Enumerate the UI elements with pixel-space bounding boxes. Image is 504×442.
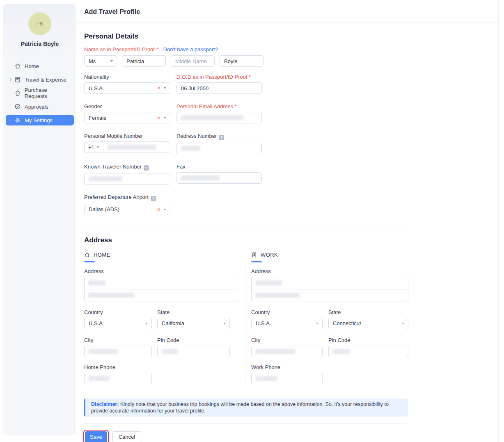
redacted-value bbox=[89, 376, 109, 381]
clear-icon[interactable]: × bbox=[157, 207, 160, 212]
home-state-label: State bbox=[157, 309, 230, 315]
tab-label: WORK bbox=[261, 252, 278, 258]
home-city-label: City bbox=[84, 337, 152, 343]
sidebar-item-home[interactable]: Home bbox=[6, 61, 74, 71]
chevron-down-icon bbox=[97, 146, 99, 148]
sidebar-item-my-settings[interactable]: My Settings bbox=[6, 115, 74, 125]
sidebar-item-travel-expense[interactable]: Travel & Expense bbox=[6, 74, 74, 85]
sidebar-item-purchase-requests[interactable]: Purchase Requests bbox=[6, 88, 74, 98]
travel-profile-form: Personal Details Name as in Passport/ID … bbox=[76, 32, 409, 442]
column-divider bbox=[245, 267, 245, 382]
work-city-input[interactable] bbox=[251, 346, 323, 357]
clear-icon[interactable]: × bbox=[157, 115, 160, 121]
middle-name-placeholder: Middle Name bbox=[175, 58, 207, 64]
sidebar-item-approvals[interactable]: Approvals bbox=[6, 101, 74, 112]
home-state-value: California bbox=[162, 320, 184, 326]
address-heading: Address bbox=[84, 236, 409, 244]
email-label: Personal Email Address * bbox=[176, 103, 262, 109]
ktn-label: Known Traveler Number? bbox=[84, 164, 170, 171]
work-state-select[interactable]: Connecticut bbox=[328, 318, 408, 329]
sidebar-item-label: Home bbox=[25, 63, 39, 69]
home-country-label: Country bbox=[84, 309, 152, 315]
middle-name-input[interactable]: Middle Name bbox=[171, 55, 215, 67]
home-pin-input[interactable] bbox=[157, 346, 230, 357]
airport-select[interactable]: Dallas (ADS) × bbox=[84, 204, 170, 215]
redacted-value bbox=[255, 293, 300, 298]
avatar[interactable]: PB bbox=[28, 12, 51, 35]
sidebar-item-label: Approvals bbox=[25, 104, 48, 110]
tab-work[interactable]: WORK bbox=[251, 252, 408, 258]
work-country-label: Country bbox=[251, 309, 323, 315]
page-title: Add Travel Profile bbox=[84, 8, 498, 16]
home-phone-label: Home Phone bbox=[84, 364, 245, 370]
country-code-select[interactable]: +1 bbox=[85, 142, 103, 153]
name-label: Name as in Passport/ID Proof * bbox=[84, 46, 158, 52]
dob-label: D.O.B as in Passport/ID Proof * bbox=[176, 74, 262, 80]
disclaimer-note: Disclaimer: Kindly note that your busine… bbox=[84, 399, 408, 417]
email-input[interactable] bbox=[176, 112, 262, 123]
help-icon[interactable]: ? bbox=[144, 165, 149, 171]
section-divider bbox=[84, 228, 408, 228]
home-country-value: U.S.A. bbox=[89, 320, 104, 326]
first-name-input[interactable]: Patricia bbox=[122, 55, 166, 67]
mobile-input[interactable]: +1 bbox=[84, 141, 170, 153]
sidebar-item-label: Travel & Expense bbox=[25, 77, 66, 83]
home-country-select[interactable]: U.S.A. bbox=[84, 318, 152, 329]
redacted-value bbox=[88, 293, 134, 298]
airport-value: Dallas (ADS) bbox=[89, 206, 119, 212]
help-icon[interactable]: ? bbox=[219, 135, 224, 140]
cancel-button[interactable]: Cancel bbox=[112, 431, 141, 442]
chevron-right-icon[interactable] bbox=[9, 77, 14, 82]
home-city-input[interactable] bbox=[84, 346, 152, 357]
name-fields-row: Ms Patricia Middle Name Boyle bbox=[84, 55, 409, 67]
clear-icon[interactable]: × bbox=[157, 85, 160, 91]
bag-icon bbox=[14, 90, 21, 96]
save-button[interactable]: Save bbox=[85, 431, 107, 442]
form-actions: Save Cancel bbox=[84, 431, 409, 442]
home-icon bbox=[14, 63, 21, 69]
redress-input[interactable] bbox=[176, 143, 262, 154]
work-address-label: Address bbox=[251, 268, 408, 274]
travel-card-icon bbox=[14, 76, 21, 83]
redacted-value bbox=[181, 175, 220, 180]
work-pin-label: Pin Code bbox=[328, 337, 408, 343]
home-phone-input[interactable] bbox=[84, 373, 152, 384]
home-state-select[interactable]: California bbox=[157, 318, 230, 329]
dob-input[interactable]: 06 Jul 2000 bbox=[176, 82, 262, 94]
airport-label: Preferred Departure Airport? bbox=[84, 194, 170, 201]
work-address-textarea[interactable] bbox=[251, 277, 408, 301]
work-pin-input[interactable] bbox=[328, 346, 408, 357]
avatar-initials: PB bbox=[36, 21, 43, 27]
disclaimer-prefix: Disclaimer: bbox=[91, 401, 119, 407]
nationality-select[interactable]: U.S.A. × bbox=[84, 82, 170, 94]
no-passport-link[interactable]: Don't have a passport? bbox=[163, 46, 218, 52]
fax-label: Fax bbox=[176, 164, 262, 170]
active-tab-indicator bbox=[84, 261, 95, 262]
redacted-value bbox=[181, 146, 200, 151]
user-name: Patricia Boyle bbox=[3, 41, 76, 47]
redacted-value bbox=[89, 349, 118, 354]
home-address-textarea[interactable] bbox=[84, 277, 239, 301]
gender-select[interactable]: Female × bbox=[84, 112, 170, 123]
nationality-label: Nationality bbox=[84, 74, 170, 80]
tab-label: HOME bbox=[94, 252, 110, 258]
tab-home[interactable]: HOME bbox=[84, 252, 245, 258]
work-state-value: Connecticut bbox=[333, 320, 361, 326]
last-name-input[interactable]: Boyle bbox=[220, 55, 263, 67]
help-icon[interactable]: ? bbox=[151, 196, 156, 201]
redacted-value bbox=[181, 115, 243, 120]
gender-value: Female bbox=[89, 115, 106, 121]
work-country-select[interactable]: U.S.A. bbox=[251, 318, 323, 329]
fax-input[interactable] bbox=[176, 172, 262, 184]
redacted-value bbox=[89, 176, 122, 181]
footer-divider bbox=[84, 423, 408, 424]
salutation-select[interactable]: Ms bbox=[84, 55, 117, 67]
ktn-input[interactable] bbox=[84, 173, 170, 185]
chevron-down-icon bbox=[223, 323, 226, 324]
sidebar-item-label: Purchase Requests bbox=[25, 87, 71, 99]
work-country-value: U.S.A. bbox=[256, 320, 271, 326]
home-icon bbox=[84, 252, 90, 258]
gender-label: Gender bbox=[84, 103, 170, 109]
work-phone-input[interactable] bbox=[251, 373, 323, 384]
sidebar-nav: Home Travel & Expense Purchase Requests … bbox=[3, 54, 76, 135]
